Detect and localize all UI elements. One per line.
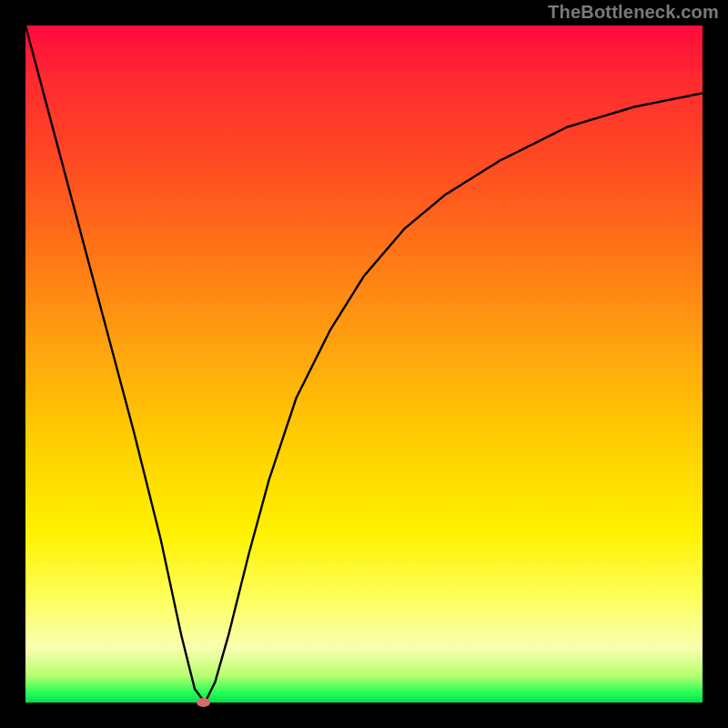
- optimum-marker: [197, 698, 210, 707]
- chart-frame: TheBottleneck.com: [0, 0, 728, 728]
- plot-area: [25, 25, 703, 703]
- bottleneck-curve: [25, 25, 703, 703]
- watermark-text: TheBottleneck.com: [548, 2, 719, 23]
